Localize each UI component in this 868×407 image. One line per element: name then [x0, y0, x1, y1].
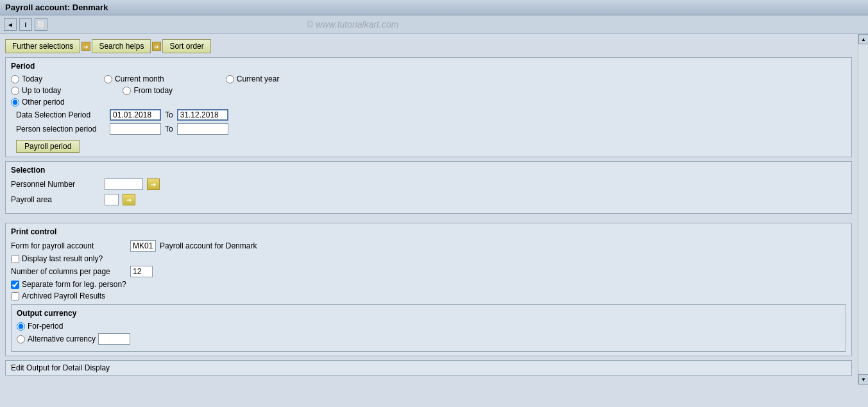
display-last-result-row: Display last result only?: [11, 254, 846, 263]
sort-order-tab[interactable]: Sort order: [162, 39, 210, 53]
separate-form-row: Separate form for leg. person?: [11, 280, 846, 289]
period-section: Period Today Current month Current year: [5, 57, 852, 157]
data-selection-to-input[interactable]: [177, 109, 228, 121]
further-selections-label: Further selections: [12, 42, 73, 51]
print-control-title: Print control: [11, 227, 846, 236]
form-label: Form for payroll account: [11, 241, 126, 250]
columns-row: Number of columns per page: [11, 266, 846, 277]
alternative-currency-input[interactable]: [98, 333, 130, 345]
alternative-currency-row: Alternative currency: [17, 333, 840, 345]
scroll-up-btn[interactable]: ▲: [858, 34, 868, 44]
scroll-track: [858, 44, 868, 374]
alternative-currency-label: Alternative currency: [28, 334, 96, 343]
current-year-radio-label[interactable]: Current year: [226, 74, 280, 83]
current-month-radio-label[interactable]: Current month: [104, 74, 164, 83]
data-selection-to-label: To: [165, 110, 173, 119]
data-selection-label: Data Selection Period: [16, 110, 106, 119]
scroll-down-btn[interactable]: ▼: [858, 374, 868, 385]
today-radio[interactable]: [11, 75, 19, 83]
period-row-1: Today Current month Current year: [11, 74, 846, 83]
title-bar: Payroll account: Denmark: [0, 0, 868, 15]
up-to-today-radio[interactable]: [11, 87, 19, 95]
back-icon[interactable]: ◄: [4, 18, 17, 31]
other-period-radio-label[interactable]: Other period: [11, 98, 65, 107]
archived-payroll-checkbox[interactable]: [11, 292, 19, 300]
payroll-area-input[interactable]: [105, 194, 119, 205]
columns-input[interactable]: [130, 266, 153, 277]
personnel-number-row: Personnel Number ➔: [11, 178, 846, 190]
info-icon[interactable]: i: [19, 18, 32, 31]
sort-order-label: Sort order: [169, 42, 203, 51]
display-last-result-checkbox[interactable]: [11, 255, 19, 263]
payroll-area-arrow-btn[interactable]: ➔: [123, 194, 135, 205]
archived-payroll-label: Archived Payroll Results: [22, 291, 105, 300]
form-description: Payroll account for Denmark: [160, 241, 257, 250]
data-selection-from-input[interactable]: [110, 109, 161, 121]
for-period-radio[interactable]: [17, 322, 25, 331]
search-helps-arrow-icon: ➔: [81, 42, 90, 51]
selection-section: Selection Personnel Number ➔ Payroll are…: [5, 161, 852, 214]
from-today-label: From today: [133, 86, 173, 95]
print-control-section: Print control Form for payroll account P…: [5, 223, 852, 356]
from-today-radio[interactable]: [123, 87, 131, 95]
personnel-number-label: Personnel Number: [11, 180, 101, 189]
period-row-2: Up to today From today: [11, 86, 846, 95]
up-to-today-radio-label[interactable]: Up to today: [11, 86, 61, 95]
person-selection-from-input[interactable]: [110, 123, 161, 135]
person-selection-label: Person selection period: [16, 125, 106, 134]
personnel-number-input[interactable]: [105, 178, 143, 190]
columns-label: Number of columns per page: [11, 267, 126, 276]
payroll-area-row: Payroll area ➔: [11, 194, 846, 205]
layout-icon[interactable]: ⬜: [35, 18, 47, 31]
edit-output-section: Edit Output for Detail Display: [5, 360, 852, 376]
today-label: Today: [22, 74, 42, 83]
person-selection-to-label: To: [165, 125, 173, 134]
alternative-currency-radio[interactable]: [17, 335, 25, 343]
display-last-result-label: Display last result only?: [22, 254, 103, 263]
edit-output-title: Edit Output for Detail Display: [11, 363, 110, 372]
output-currency-section: Output currency For-period Alternative c…: [11, 304, 846, 352]
payroll-period-button[interactable]: Payroll period: [16, 140, 80, 153]
further-selections-tab[interactable]: Further selections: [5, 39, 80, 53]
data-selection-row: Data Selection Period To: [16, 109, 846, 121]
toolbar: ◄ i ⬜ © www.tutorialkart.com: [0, 15, 868, 34]
tab-bar: Further selections ➔ Search helps ➔ Sort…: [5, 39, 852, 53]
person-selection-to-input[interactable]: [177, 123, 228, 135]
other-period-radio[interactable]: [11, 98, 19, 107]
search-helps-label: Search helps: [99, 42, 144, 51]
for-period-label: For-period: [28, 322, 63, 331]
sort-order-arrow-icon: ➔: [152, 42, 161, 51]
person-selection-row: Person selection period To: [16, 123, 846, 135]
separate-form-label: Separate form for leg. person?: [22, 280, 126, 289]
search-helps-tab[interactable]: Search helps: [92, 39, 151, 53]
form-row: Form for payroll account Payroll account…: [11, 240, 846, 252]
other-period-label: Other period: [22, 98, 65, 107]
current-month-radio[interactable]: [104, 75, 112, 83]
current-month-label: Current month: [115, 74, 164, 83]
period-title: Period: [11, 62, 846, 71]
scrollbar: ▲ ▼: [858, 34, 868, 385]
watermark: © www.tutorialkart.com: [307, 19, 398, 30]
today-radio-label[interactable]: Today: [11, 74, 42, 83]
personnel-number-arrow-btn[interactable]: ➔: [147, 178, 160, 190]
selection-title: Selection: [11, 166, 846, 175]
up-to-today-label: Up to today: [22, 86, 61, 95]
window-title: Payroll account: Denmark: [5, 3, 108, 12]
current-year-label: Current year: [237, 74, 280, 83]
from-today-radio-label[interactable]: From today: [123, 86, 173, 95]
separate-form-checkbox[interactable]: [11, 281, 19, 289]
archived-payroll-row: Archived Payroll Results: [11, 291, 846, 300]
for-period-row: For-period: [17, 322, 840, 331]
output-currency-title: Output currency: [17, 309, 840, 318]
form-code-input[interactable]: [130, 240, 156, 252]
current-year-radio[interactable]: [226, 75, 234, 83]
payroll-area-label: Payroll area: [11, 195, 101, 204]
period-row-3: Other period: [11, 98, 846, 107]
